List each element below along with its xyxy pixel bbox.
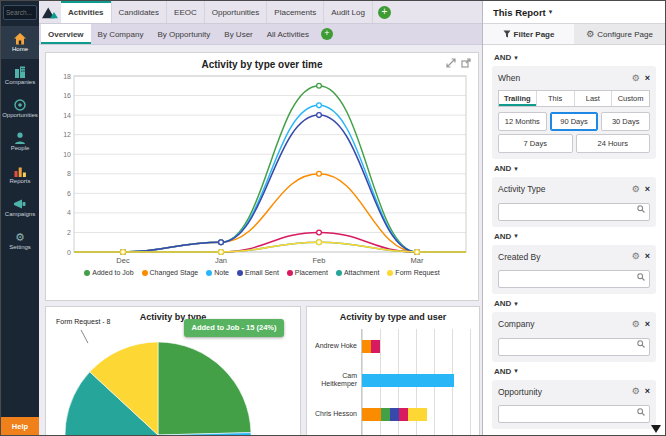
filter-search-input[interactable] xyxy=(498,270,650,288)
when-option-24-hours[interactable]: 24 Hours xyxy=(576,134,651,153)
sidebar-item-people[interactable]: People xyxy=(1,125,39,158)
svg-text:12: 12 xyxy=(63,131,71,138)
add-subtab-button[interactable]: + xyxy=(321,28,333,40)
tab-opportunities[interactable]: Opportunities xyxy=(205,1,268,23)
subtab-overview[interactable]: Overview xyxy=(41,24,91,44)
add-tab-button[interactable]: + xyxy=(378,6,391,19)
sidebar-item-home[interactable]: Home xyxy=(1,26,39,59)
person-icon xyxy=(13,132,27,144)
when-tab-custom[interactable]: Custom xyxy=(612,91,649,106)
tab-activities[interactable]: Activities xyxy=(61,1,112,23)
operator-dropdown[interactable]: AND▾ xyxy=(494,164,656,173)
filter-card-company: Company ⚙ × xyxy=(492,312,656,362)
sidebar-item-reports[interactable]: Reports xyxy=(1,158,39,191)
bar-chart[interactable]: Andrew HokeCam HeitkemperChris Hesson xyxy=(311,329,473,436)
mountains-logo-icon xyxy=(41,4,59,20)
report-config-panel: This Report ▾ Filter Page ⚙ Configure Pa… xyxy=(482,1,665,435)
tab-candidates[interactable]: Candidates xyxy=(112,1,167,23)
activity-by-type-card: Activity by type Form Request - 8 Added … xyxy=(45,306,301,436)
sidebar-item-settings[interactable]: ⚙ Settings xyxy=(1,224,39,257)
filter-list: AND▾ When ⚙ × Trailing This Last Custom … xyxy=(483,44,665,435)
gear-icon[interactable]: ⚙ xyxy=(632,320,640,329)
gear-icon[interactable]: ⚙ xyxy=(632,74,640,83)
maximize-icon[interactable] xyxy=(446,58,456,68)
close-icon[interactable]: × xyxy=(645,185,650,194)
legend-item[interactable]: Email Sent xyxy=(237,269,279,276)
scroll-down-indicator[interactable] xyxy=(651,425,661,433)
bar-segment[interactable] xyxy=(381,408,390,421)
sidebar-item-label: Reports xyxy=(9,178,30,184)
sidebar-item-opportunities[interactable]: Opportunities xyxy=(1,92,39,125)
line-chart[interactable]: 024681012141618DecJanFebMar xyxy=(50,70,474,268)
filter-title: Opportunity xyxy=(498,387,632,397)
tab-configure-page[interactable]: ⚙ Configure Page xyxy=(574,24,665,44)
legend-item[interactable]: Changed Stage xyxy=(142,269,199,276)
when-tab-last[interactable]: Last xyxy=(575,91,613,106)
subtab-by-user[interactable]: By User xyxy=(217,24,259,44)
when-option-12-months[interactable]: 12 Months xyxy=(498,112,547,131)
search-input[interactable] xyxy=(6,9,34,16)
bar-segment[interactable] xyxy=(362,340,371,353)
gear-icon[interactable]: ⚙ xyxy=(632,252,640,261)
bar-segment[interactable] xyxy=(371,340,380,353)
close-icon[interactable]: × xyxy=(645,252,650,261)
svg-text:0: 0 xyxy=(67,249,71,256)
tab-audit-log[interactable]: Audit Log xyxy=(324,1,373,23)
filter-search-input[interactable] xyxy=(498,203,650,221)
activity-over-time-card: Activity by type over time 0246810121416… xyxy=(45,52,479,301)
close-icon[interactable]: × xyxy=(645,387,650,396)
subtab-by-company[interactable]: By Company xyxy=(91,24,151,44)
sidebar-item-companies[interactable]: Companies xyxy=(1,59,39,92)
pie-chart[interactable] xyxy=(46,325,301,436)
legend-swatch xyxy=(206,270,212,276)
this-report-menu[interactable]: This Report ▾ xyxy=(483,1,665,23)
chevron-down-icon: ▾ xyxy=(549,8,553,16)
legend-item[interactable]: Added to Job xyxy=(84,269,133,276)
legend-item[interactable]: Note xyxy=(206,269,229,276)
chevron-down-icon: ▾ xyxy=(514,165,518,173)
sidebar-item-campaigns[interactable]: Campaigns xyxy=(1,191,39,224)
filter-card-opportunity: Opportunity ⚙ × xyxy=(492,380,656,430)
filter-search-input[interactable] xyxy=(498,338,650,356)
tab-filter-page[interactable]: Filter Page xyxy=(483,24,574,44)
report-tabbar: Activities Candidates EEOC Opportunities… xyxy=(39,1,484,24)
operator-dropdown[interactable]: AND▾ xyxy=(494,232,656,241)
bar-segment[interactable] xyxy=(399,408,408,421)
operator-dropdown[interactable]: AND▾ xyxy=(494,53,656,62)
operator-dropdown[interactable]: AND▾ xyxy=(494,299,656,308)
svg-text:8: 8 xyxy=(67,170,71,177)
when-options: 12 Months 90 Days 30 Days 7 Days 24 Hour… xyxy=(498,112,650,153)
gear-icon[interactable]: ⚙ xyxy=(632,185,640,194)
gear-icon[interactable]: ⚙ xyxy=(632,387,640,396)
activity-by-type-user-card: Activity by type and user Andrew HokeCam… xyxy=(306,306,480,436)
subtab-all-activities[interactable]: All Activities xyxy=(260,24,316,44)
bar-segment[interactable] xyxy=(362,374,454,387)
legend-item[interactable]: Attachment xyxy=(336,269,379,276)
help-button[interactable]: Help xyxy=(1,417,39,435)
tab-eeoc[interactable]: EEOC xyxy=(167,1,205,23)
filter-search-input[interactable] xyxy=(498,405,650,423)
when-option-90-days[interactable]: 90 Days xyxy=(550,112,599,131)
legend-item[interactable]: Form Request xyxy=(387,269,439,276)
sidebar-search[interactable] xyxy=(3,5,37,20)
search-icon xyxy=(637,408,645,416)
close-icon[interactable]: × xyxy=(645,320,650,329)
chart-legend: Added to JobChanged StageNoteEmail SentP… xyxy=(46,269,478,276)
legend-item[interactable]: Placement xyxy=(287,269,328,276)
operator-dropdown[interactable]: AND▾ xyxy=(494,367,656,376)
legend-swatch xyxy=(336,270,342,276)
when-option-7-days[interactable]: 7 Days xyxy=(498,134,573,153)
megaphone-icon xyxy=(13,198,27,210)
when-option-30-days[interactable]: 30 Days xyxy=(601,112,650,131)
when-tab-trailing[interactable]: Trailing xyxy=(499,91,537,106)
tab-placements[interactable]: Placements xyxy=(267,1,324,23)
bar-segment[interactable] xyxy=(390,408,399,421)
when-tab-this[interactable]: This xyxy=(537,91,575,106)
svg-text:Jan: Jan xyxy=(215,256,227,265)
filter-title: Created By xyxy=(498,252,632,262)
bar-segment[interactable] xyxy=(408,408,427,421)
bar-segment[interactable] xyxy=(362,408,381,421)
close-icon[interactable]: × xyxy=(645,74,650,83)
subtab-by-opportunity[interactable]: By Opportunity xyxy=(150,24,217,44)
export-icon[interactable] xyxy=(461,58,471,68)
